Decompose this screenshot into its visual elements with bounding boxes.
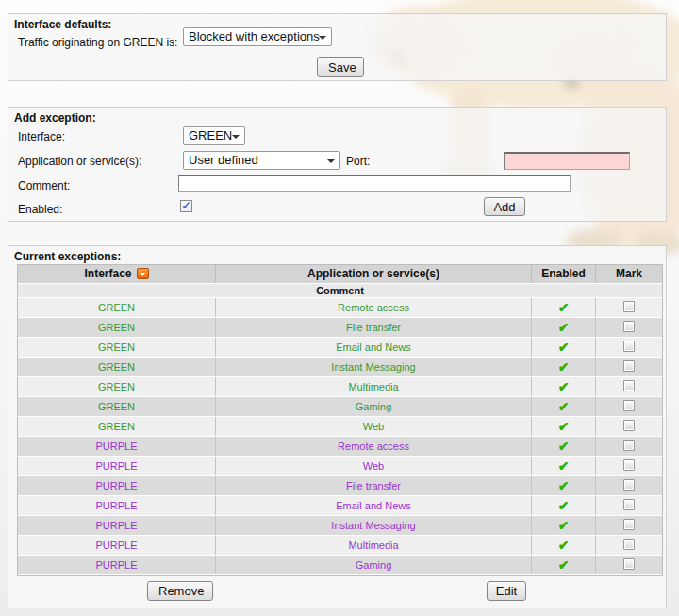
column-header-application[interactable]: Application or service(s) — [216, 265, 532, 283]
exceptions-table: Interface Application or service(s) Enab… — [17, 264, 663, 576]
comment-input[interactable] — [178, 175, 571, 192]
mark-checkbox[interactable] — [623, 558, 635, 570]
row-application: Gaming — [216, 397, 532, 416]
mark-checkbox[interactable] — [623, 341, 635, 352]
mark-checkbox[interactable] — [623, 380, 635, 391]
traffic-default-value: Blocked with exceptions — [189, 29, 320, 43]
row-application: Remote access — [216, 437, 532, 456]
chevron-down-icon — [327, 159, 335, 163]
save-button[interactable]: Save — [317, 57, 364, 77]
application-select[interactable]: User defined — [183, 151, 340, 170]
row-application: File transfer — [216, 476, 532, 495]
mark-checkbox[interactable] — [623, 519, 635, 530]
enabled-label: Enabled: — [18, 203, 62, 216]
table-row: GREEN File transfer ✔ — [18, 318, 662, 338]
mark-checkbox[interactable] — [623, 301, 635, 312]
enabled-check-icon: ✔ — [532, 536, 596, 555]
row-interface: PURPLE — [18, 556, 216, 574]
mark-checkbox[interactable] — [623, 321, 635, 332]
enabled-check-icon: ✔ — [532, 516, 596, 535]
mark-checkbox[interactable] — [623, 479, 635, 491]
row-interface: PURPLE — [18, 496, 216, 515]
row-application: Instant Messaging — [216, 516, 532, 535]
sort-descending-icon[interactable] — [137, 268, 149, 279]
row-interface: PURPLE — [18, 437, 216, 456]
interface-select[interactable]: GREEN — [183, 126, 245, 145]
chevron-down-icon — [319, 36, 326, 40]
row-application: Remote access — [216, 298, 532, 317]
enabled-check-icon: ✔ — [532, 377, 596, 396]
row-interface: PURPLE — [18, 476, 216, 495]
enabled-check-icon: ✔ — [532, 397, 596, 416]
enabled-check-icon: ✔ — [532, 457, 596, 475]
enabled-check-icon: ✔ — [532, 496, 596, 515]
table-row: GREEN Instant Messaging ✔ — [18, 358, 662, 377]
port-input[interactable] — [504, 152, 630, 170]
mark-checkbox[interactable] — [623, 459, 635, 471]
row-interface: GREEN — [18, 358, 216, 376]
table-row: PURPLE File transfer ✔ — [18, 476, 662, 496]
mark-checkbox[interactable] — [623, 440, 635, 451]
mark-checkbox[interactable] — [623, 499, 635, 510]
column-header-enabled[interactable]: Enabled — [532, 265, 596, 283]
row-application: Multimedia — [216, 377, 532, 396]
enabled-check-icon: ✔ — [532, 338, 596, 357]
enabled-check-icon: ✔ — [532, 476, 596, 495]
table-row: GREEN Multimedia ✔ — [18, 377, 662, 397]
row-application: Gaming — [216, 556, 532, 574]
table-row: GREEN Web ✔ — [18, 417, 662, 437]
enabled-check-icon: ✔ — [532, 358, 596, 376]
table-row: PURPLE Remote access ✔ — [18, 437, 662, 457]
table-row: GREEN Email and News ✔ — [18, 338, 662, 358]
enabled-check-icon: ✔ — [532, 417, 596, 436]
add-exception-panel: Add exception: Interface: GREEN Applicat… — [8, 107, 667, 222]
column-header-mark[interactable]: Mark — [596, 265, 662, 283]
traffic-default-select[interactable]: Blocked with exceptions — [183, 27, 332, 46]
row-application: Instant Messaging — [216, 358, 532, 376]
remove-button[interactable]: Remove — [147, 581, 213, 601]
table-body: GREEN Remote access ✔ GREEN File transfe… — [18, 298, 662, 575]
add-exception-title: Add exception: — [14, 111, 96, 125]
current-exceptions-panel: Current exceptions: Interface Applicatio… — [8, 245, 667, 608]
row-interface: GREEN — [18, 417, 216, 436]
chevron-down-icon — [232, 135, 240, 139]
mark-checkbox[interactable] — [623, 420, 635, 431]
row-interface: GREEN — [18, 377, 216, 396]
row-interface: PURPLE — [18, 516, 216, 535]
table-row: PURPLE Multimedia ✔ — [18, 536, 662, 556]
traffic-origin-label: Traffic originating on GREEN is: — [18, 36, 177, 49]
column-header-interface[interactable]: Interface — [18, 265, 216, 283]
table-row: PURPLE Instant Messaging ✔ — [18, 516, 662, 536]
comment-label: Comment: — [18, 179, 70, 192]
mark-checkbox[interactable] — [623, 360, 635, 372]
table-row: PURPLE Web ✔ — [18, 457, 662, 476]
enabled-check-icon: ✔ — [532, 318, 596, 337]
current-exceptions-title: Current exceptions: — [14, 250, 121, 263]
row-interface: GREEN — [18, 338, 216, 357]
mark-checkbox[interactable] — [623, 400, 635, 411]
table-row: GREEN Gaming ✔ — [18, 397, 662, 417]
comment-subheader: Comment — [18, 284, 662, 298]
table-row: PURPLE Gaming ✔ — [18, 556, 662, 575]
interface-select-value: GREEN — [189, 128, 232, 142]
row-interface: PURPLE — [18, 536, 216, 555]
enabled-checkbox[interactable]: ✓ — [180, 200, 192, 212]
row-application: Email and News — [216, 338, 532, 357]
add-button[interactable]: Add — [484, 197, 525, 216]
edit-button[interactable]: Edit — [487, 581, 526, 601]
row-interface: GREEN — [18, 298, 216, 317]
row-application: Web — [216, 457, 532, 475]
row-interface: GREEN — [18, 397, 216, 416]
interface-label: Interface: — [18, 130, 65, 143]
interface-defaults-title: Interface defaults: — [14, 18, 111, 31]
enabled-check-icon: ✔ — [532, 556, 596, 574]
table-header-row: Interface Application or service(s) Enab… — [18, 265, 662, 284]
row-interface: GREEN — [18, 318, 216, 337]
mark-checkbox[interactable] — [623, 539, 635, 550]
application-select-value: User defined — [189, 153, 258, 167]
table-row: GREEN Remote access ✔ — [18, 298, 662, 318]
port-label: Port: — [346, 155, 370, 168]
row-application: Email and News — [216, 496, 532, 515]
row-application: File transfer — [216, 318, 532, 337]
row-interface: PURPLE — [18, 457, 216, 475]
